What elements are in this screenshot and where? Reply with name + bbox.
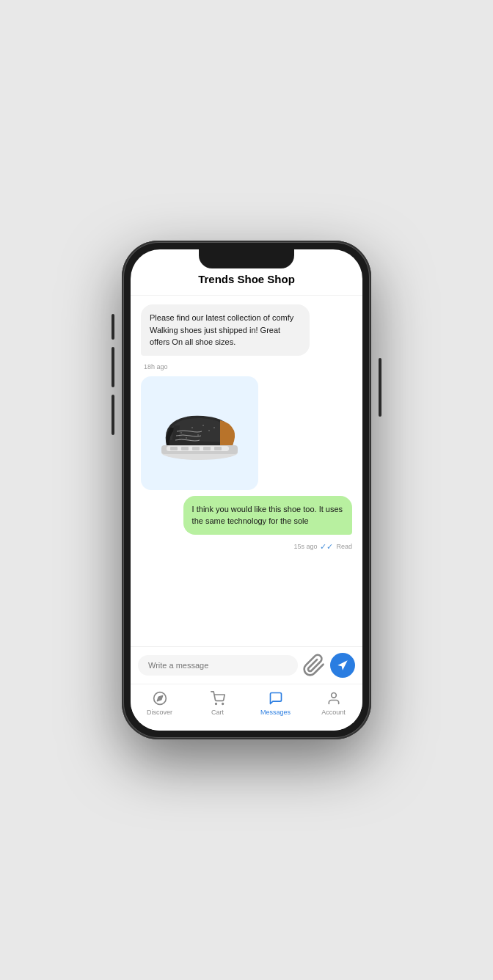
volume-up-button bbox=[112, 314, 114, 340]
input-area bbox=[131, 646, 362, 684]
svg-rect-14 bbox=[203, 447, 211, 450]
account-label: Account bbox=[321, 709, 346, 716]
svg-point-8 bbox=[197, 434, 199, 436]
read-label: Read bbox=[336, 543, 352, 550]
svg-rect-12 bbox=[181, 447, 189, 450]
svg-rect-11 bbox=[170, 447, 178, 450]
shoe-svg bbox=[152, 400, 247, 466]
shoe-image-bubble bbox=[141, 376, 258, 490]
messages-icon bbox=[268, 690, 284, 706]
discover-label: Discover bbox=[147, 709, 172, 716]
phone-screen: Trends Shoe Shop Please find our latest … bbox=[131, 249, 362, 731]
attach-button[interactable] bbox=[302, 654, 326, 677]
send-icon bbox=[337, 659, 348, 671]
incoming-message-1: Please find our latest collection of com… bbox=[141, 304, 310, 356]
silent-button bbox=[112, 395, 114, 435]
message-input[interactable] bbox=[138, 655, 298, 676]
read-status: 15s ago ✓✓ Read bbox=[293, 542, 352, 552]
read-time: 15s ago bbox=[293, 543, 317, 550]
bottom-nav: Discover Cart Messages bbox=[131, 684, 362, 731]
messages-label: Messages bbox=[260, 709, 291, 716]
nav-messages[interactable]: Messages bbox=[246, 690, 304, 716]
phone-frame: Trends Shoe Shop Please find our latest … bbox=[122, 241, 371, 739]
time-label-1: 18h ago bbox=[144, 363, 168, 370]
svg-point-18 bbox=[215, 703, 216, 705]
nav-account[interactable]: Account bbox=[304, 690, 362, 716]
svg-point-4 bbox=[202, 425, 204, 426]
paperclip-icon bbox=[302, 654, 326, 677]
shop-title: Trends Shoe Shop bbox=[198, 273, 295, 285]
svg-point-5 bbox=[213, 427, 215, 428]
svg-marker-17 bbox=[157, 695, 162, 701]
check-icon: ✓✓ bbox=[320, 542, 333, 552]
chat-area: Please find our latest collection of com… bbox=[131, 296, 362, 646]
discover-icon bbox=[152, 690, 168, 706]
nav-discover[interactable]: Discover bbox=[131, 690, 189, 716]
nav-cart[interactable]: Cart bbox=[189, 690, 246, 716]
send-button[interactable] bbox=[330, 653, 355, 678]
cart-icon bbox=[210, 690, 226, 706]
svg-rect-15 bbox=[214, 447, 222, 450]
svg-point-7 bbox=[186, 437, 187, 439]
svg-point-20 bbox=[331, 693, 336, 698]
svg-point-2 bbox=[180, 432, 182, 434]
outgoing-message-1: I think you would like this shoe too. It… bbox=[183, 496, 352, 535]
volume-down-button bbox=[112, 347, 114, 387]
cart-label: Cart bbox=[211, 709, 224, 716]
svg-rect-13 bbox=[192, 447, 200, 450]
svg-point-19 bbox=[222, 703, 223, 705]
svg-point-3 bbox=[191, 427, 193, 428]
notch bbox=[199, 249, 294, 268]
account-icon bbox=[326, 690, 342, 706]
svg-point-9 bbox=[208, 430, 210, 431]
power-button bbox=[379, 358, 381, 417]
